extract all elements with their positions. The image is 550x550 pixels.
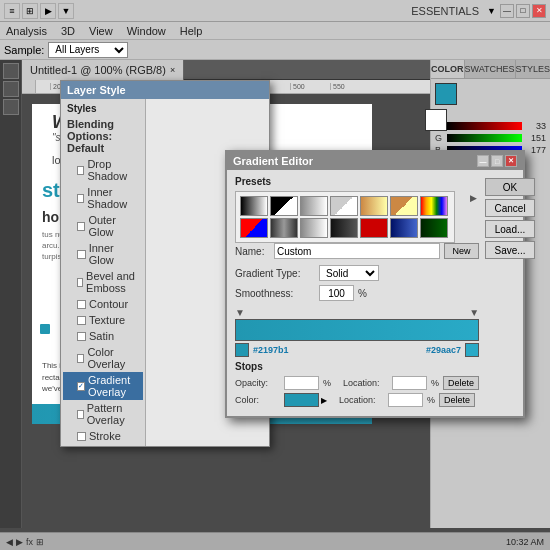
drop-shadow-label: Drop Shadow <box>87 158 139 182</box>
document-tab[interactable]: Untitled-1 @ 100% (RGB/8) × <box>22 60 184 80</box>
menu-analysis[interactable]: Analysis <box>4 25 49 37</box>
tab-styles[interactable]: STYLES <box>516 60 550 78</box>
workspace-arrow[interactable]: ▼ <box>487 6 496 16</box>
tab-label: Untitled-1 @ 100% (RGB/8) <box>30 64 166 76</box>
ls-bevel-emboss[interactable]: Bevel and Emboss <box>63 268 143 296</box>
preset-5[interactable] <box>360 196 388 216</box>
stop-arrow-left[interactable]: ▼ <box>235 307 245 318</box>
color-overlay-checkbox[interactable] <box>77 354 84 363</box>
stop-arrow-right[interactable]: ▼ <box>469 307 479 318</box>
background-color[interactable] <box>425 109 447 131</box>
opacity-location-input[interactable] <box>392 376 427 390</box>
preset-4[interactable] <box>330 196 358 216</box>
tool-move[interactable] <box>3 63 19 79</box>
outer-glow-checkbox[interactable] <box>77 222 85 231</box>
pattern-overlay-checkbox[interactable] <box>77 410 84 419</box>
preset-12[interactable] <box>360 218 388 238</box>
tab-swatches[interactable]: SWATCHES <box>465 60 516 78</box>
tool-select[interactable] <box>3 81 19 97</box>
menu-icon[interactable]: ≡ <box>4 3 20 19</box>
ge-maximize-button[interactable]: □ <box>491 155 503 167</box>
smoothness-input[interactable] <box>319 285 354 301</box>
bottom-icon-fx[interactable]: fx <box>26 537 33 547</box>
texture-label: Texture <box>89 314 125 326</box>
color-arrow-icon[interactable]: ▶ <box>321 396 327 405</box>
ls-gradient-overlay[interactable]: ✓ Gradient Overlay <box>63 372 143 400</box>
tool-lasso[interactable] <box>3 99 19 115</box>
close-button[interactable]: ✕ <box>532 4 546 18</box>
blending-label: Blending Options: Default <box>67 118 139 154</box>
color-location-input[interactable] <box>388 393 423 407</box>
stroke-checkbox[interactable] <box>77 432 86 441</box>
preset-8[interactable] <box>240 218 268 238</box>
preset-1[interactable] <box>240 196 268 216</box>
bottom-icon-layers[interactable]: ⊞ <box>36 537 44 547</box>
bottom-icon-1[interactable]: ◀ <box>6 537 13 547</box>
right-stop-color-box[interactable] <box>465 343 479 357</box>
ge-minimize-button[interactable]: — <box>477 155 489 167</box>
preset-7[interactable] <box>420 196 448 216</box>
preset-9[interactable] <box>270 218 298 238</box>
texture-checkbox[interactable] <box>77 316 86 325</box>
ls-pattern-overlay[interactable]: Pattern Overlay <box>63 400 143 428</box>
tool-icon-3[interactable]: ▼ <box>58 3 74 19</box>
right-stop-hex: #29aac7 <box>426 345 461 355</box>
tab-close-button[interactable]: × <box>170 65 175 75</box>
sample-select[interactable]: All Layers <box>48 42 128 58</box>
preset-11[interactable] <box>330 218 358 238</box>
new-gradient-button[interactable]: New <box>444 243 479 259</box>
menu-window[interactable]: Window <box>125 25 168 37</box>
stop-arrows-top: ▼ ▼ <box>235 307 479 318</box>
preset-13[interactable] <box>390 218 418 238</box>
gradient-type-select[interactable]: Solid Noise <box>319 265 379 281</box>
opacity-input[interactable] <box>284 376 319 390</box>
satin-checkbox[interactable] <box>77 332 86 341</box>
stroke-label: Stroke <box>89 430 121 442</box>
inner-shadow-checkbox[interactable] <box>77 194 84 203</box>
gradient-overlay-label: Gradient Overlay <box>88 374 139 398</box>
ls-texture[interactable]: Texture <box>63 312 143 328</box>
tab-color[interactable]: COLOR <box>431 60 465 78</box>
preset-3[interactable] <box>300 196 328 216</box>
ls-stroke[interactable]: Stroke <box>63 428 143 444</box>
ls-drop-shadow[interactable]: Drop Shadow <box>63 156 143 184</box>
opacity-delete-button[interactable]: Delete <box>443 376 479 390</box>
menu-view[interactable]: View <box>87 25 115 37</box>
ls-inner-glow[interactable]: Inner Glow <box>63 240 143 268</box>
ge-close-button[interactable]: ✕ <box>505 155 517 167</box>
gradient-name-input[interactable] <box>274 243 440 259</box>
layer-style-title: Layer Style <box>67 84 126 96</box>
drop-shadow-checkbox[interactable] <box>77 166 84 175</box>
save-button[interactable]: Save... <box>485 241 535 259</box>
gradient-overlay-checkbox[interactable]: ✓ <box>77 382 85 391</box>
menu-help[interactable]: Help <box>178 25 205 37</box>
bevel-emboss-checkbox[interactable] <box>77 278 83 287</box>
load-button[interactable]: Load... <box>485 220 535 238</box>
ls-inner-shadow[interactable]: Inner Shadow <box>63 184 143 212</box>
blending-options-item[interactable]: Blending Options: Default <box>63 116 143 156</box>
inner-glow-checkbox[interactable] <box>77 250 86 259</box>
color-delete-button[interactable]: Delete <box>439 393 475 407</box>
menu-3d[interactable]: 3D <box>59 25 77 37</box>
maximize-button[interactable]: □ <box>516 4 530 18</box>
tool-icon-2[interactable]: ▶ <box>40 3 56 19</box>
ls-color-overlay[interactable]: Color Overlay <box>63 344 143 372</box>
ls-satin[interactable]: Satin <box>63 328 143 344</box>
ls-outer-glow[interactable]: Outer Glow <box>63 212 143 240</box>
tool-icon-1[interactable]: ⊞ <box>22 3 38 19</box>
preset-2[interactable] <box>270 196 298 216</box>
bottom-icon-2[interactable]: ▶ <box>16 537 23 547</box>
preset-6[interactable] <box>390 196 418 216</box>
foreground-color[interactable] <box>435 83 457 105</box>
contour-checkbox[interactable] <box>77 300 86 309</box>
preset-10[interactable] <box>300 218 328 238</box>
gradient-preview-bar[interactable] <box>235 319 479 341</box>
left-stop-color-box[interactable] <box>235 343 249 357</box>
cancel-button[interactable]: Cancel <box>485 199 535 217</box>
presets-arrow-icon[interactable]: ▶ <box>470 193 477 203</box>
preset-14[interactable] <box>420 218 448 238</box>
minimize-button[interactable]: — <box>500 4 514 18</box>
ls-contour[interactable]: Contour <box>63 296 143 312</box>
color-swatch[interactable] <box>284 393 319 407</box>
ok-button[interactable]: OK <box>485 178 535 196</box>
